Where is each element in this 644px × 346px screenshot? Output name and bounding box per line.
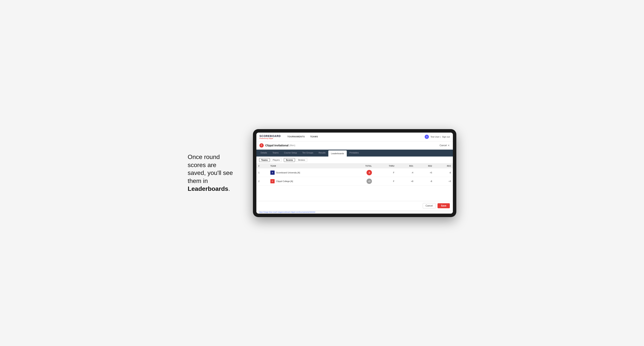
tab-leaderboards[interactable]: Leaderboards xyxy=(328,150,347,157)
col-team: TEAM xyxy=(268,164,349,169)
nav-link-teams[interactable]: TEAMS xyxy=(308,133,321,141)
col-rd3: RD3 xyxy=(434,164,453,169)
sign-out-link[interactable]: Sign out xyxy=(442,136,450,138)
cell-rd1: +8 xyxy=(396,177,415,185)
team-logo: S xyxy=(270,171,274,175)
top-nav: SCOREBOARD Powered by clippd TOURNAMENTS… xyxy=(256,133,453,141)
col-thru: THRU xyxy=(374,164,396,169)
tab-nav: Details Teams Course Setup Tee Groups Re… xyxy=(256,150,453,157)
instruction-line3: saved, you'll see xyxy=(188,169,233,176)
tab-details[interactable]: Details xyxy=(258,150,270,157)
cell-rd1: -4 xyxy=(396,169,415,177)
cell-team: S Scoreboard University [A] xyxy=(268,169,349,177)
tournament-title: Clippd Invitational xyxy=(265,144,288,147)
team-name: Scoreboard University [A] xyxy=(276,172,300,174)
cancel-top-button[interactable]: Cancel ✕ xyxy=(440,144,450,147)
tournament-header: C Clippd Invitational (Men) Cancel ✕ xyxy=(256,141,453,150)
tab-course-setup[interactable]: Course Setup xyxy=(281,150,300,157)
team-name: Clippd College [A] xyxy=(276,180,293,182)
total-badge: -5 xyxy=(366,170,372,175)
tournament-icon: C xyxy=(260,143,264,148)
tab-teams[interactable]: Teams xyxy=(270,150,281,157)
tablet-screen: SCOREBOARD Powered by clippd TOURNAMENTS… xyxy=(256,133,453,214)
filter-bar: Teams Players Scores Strokes xyxy=(256,157,453,164)
tournament-gender: (Men) xyxy=(289,144,295,147)
status-bar: https://stage-blue-coach.stagescoeboard.… xyxy=(256,210,453,214)
user-name: Test User | xyxy=(430,136,440,138)
cell-rd2: +5 xyxy=(415,169,434,177)
table-row: 2 C Clippd College [A] +3 F +8 -8 +3 xyxy=(256,177,453,185)
filter-scores[interactable]: Scores xyxy=(284,158,295,162)
instruction-line4: them in xyxy=(188,177,208,184)
logo-area: SCOREBOARD Powered by clippd xyxy=(260,135,281,139)
col-rank: # xyxy=(256,164,268,169)
table-row: 1 S Scoreboard University [A] -5 F -4 +5… xyxy=(256,169,453,177)
leaderboard-table: # TEAM TOTAL THRU RD1 RD2 RD3 1 S Sco xyxy=(256,164,453,186)
instruction-text: Once round scores are saved, you'll see … xyxy=(188,153,242,193)
save-button[interactable]: Save xyxy=(438,203,450,208)
tab-results[interactable]: Results xyxy=(316,150,328,157)
cell-rd3: +3 xyxy=(434,177,453,185)
cell-rd3: -6 xyxy=(434,169,453,177)
filter-strokes[interactable]: Strokes xyxy=(296,158,307,162)
nav-links: TOURNAMENTS TEAMS xyxy=(284,133,321,141)
cancel-button[interactable]: Cancel xyxy=(423,203,436,208)
nav-right: S Test User | Sign out xyxy=(425,135,450,139)
cancel-x-icon: ✕ xyxy=(448,144,450,147)
cell-total: +3 xyxy=(349,177,374,185)
logo-text: SCOREBOARD xyxy=(260,135,281,138)
status-url: https://stage-blue-coach.stagescoeboard.… xyxy=(259,211,315,213)
instruction-line1: Once round xyxy=(188,154,220,160)
tab-printables[interactable]: Printables xyxy=(347,150,362,157)
cell-total: -5 xyxy=(349,169,374,177)
cell-thru: F xyxy=(374,169,396,177)
total-badge: +3 xyxy=(366,178,372,184)
tab-tee-groups[interactable]: Tee Groups xyxy=(300,150,316,157)
instruction-line2: scores are xyxy=(188,162,216,169)
cell-rank: 1 xyxy=(256,169,268,177)
team-logo: C xyxy=(270,179,274,183)
instruction-line5-suffix: . xyxy=(228,185,230,192)
filter-teams[interactable]: Teams xyxy=(259,158,270,162)
cell-team: C Clippd College [A] xyxy=(268,177,349,185)
col-total: TOTAL xyxy=(349,164,374,169)
col-rd1: RD1 xyxy=(396,164,415,169)
cell-thru: F xyxy=(374,177,396,185)
col-rd2: RD2 xyxy=(415,164,434,169)
user-avatar: S xyxy=(425,135,429,139)
nav-link-tournaments[interactable]: TOURNAMENTS xyxy=(284,133,308,141)
table-header-row: # TEAM TOTAL THRU RD1 RD2 RD3 xyxy=(256,164,453,169)
spacer xyxy=(256,186,453,201)
logo-powered: Powered by clippd xyxy=(260,138,281,139)
cell-rd2: -8 xyxy=(415,177,434,185)
bottom-bar: Cancel Save xyxy=(256,201,453,210)
cell-rank: 2 xyxy=(256,177,268,185)
filter-players[interactable]: Players xyxy=(270,158,282,162)
instruction-line5-bold: Leaderboards xyxy=(188,185,228,192)
tablet-frame: SCOREBOARD Powered by clippd TOURNAMENTS… xyxy=(253,129,456,217)
